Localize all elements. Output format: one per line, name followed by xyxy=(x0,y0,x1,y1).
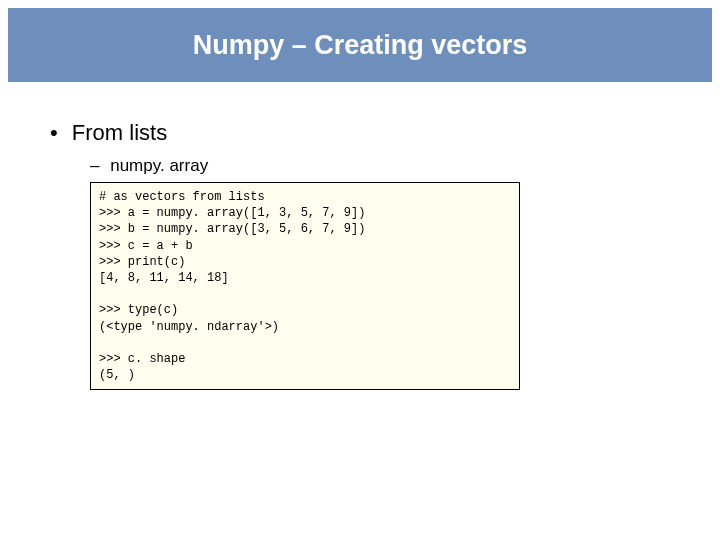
bullet-sub-text: numpy. array xyxy=(110,156,208,175)
slide-title: Numpy – Creating vectors xyxy=(193,30,528,61)
title-bar: Numpy – Creating vectors xyxy=(8,8,712,82)
bullet-level-1: From lists xyxy=(50,120,670,146)
code-block: # as vectors from lists >>> a = numpy. a… xyxy=(90,182,520,390)
slide-content: From lists numpy. array # as vectors fro… xyxy=(50,120,670,390)
bullet-level-2: numpy. array xyxy=(90,156,670,176)
bullet-main-text: From lists xyxy=(72,120,167,145)
